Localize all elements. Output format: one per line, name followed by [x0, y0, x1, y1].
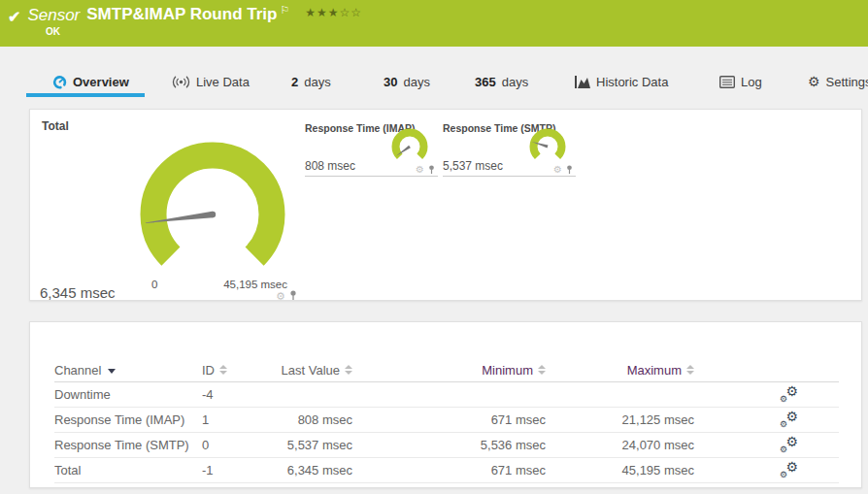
smtp-gauge-value: 5,537 msec: [443, 159, 503, 173]
smtp-gauge-actions[interactable]: ⚙: [553, 165, 574, 175]
object-type-label: Sensor: [27, 6, 80, 25]
sort-toggle-icon: [538, 365, 546, 375]
channel-id: 0: [202, 433, 241, 458]
tab-2-days-label: days: [304, 75, 330, 89]
gauge-icon: [52, 75, 67, 89]
column-header-id[interactable]: ID: [202, 362, 241, 382]
imap-gauge-actions[interactable]: ⚙: [416, 165, 436, 175]
sort-descending-icon: [108, 369, 116, 374]
area-chart-icon: [575, 76, 590, 88]
channel-name: Downtime: [54, 382, 202, 408]
tab-log[interactable]: Log: [719, 72, 762, 91]
tab-settings-label: Settings: [826, 75, 868, 89]
total-gauge-title: Total: [42, 119, 69, 133]
sort-toggle-icon: [686, 365, 694, 375]
sort-toggle-icon: [219, 365, 227, 375]
channels-table: Channel ID Last Value Minimum Maximum Do…: [54, 362, 839, 483]
channel-maximum: 45,195 msec: [546, 458, 694, 483]
channel-last-value: [241, 382, 352, 408]
favorite-flag-icon[interactable]: ⚐: [280, 4, 289, 16]
channel-minimum: 5,536 msec: [352, 433, 546, 458]
channel-id: 1: [202, 408, 241, 433]
smtp-gauge: [525, 128, 570, 168]
channel-minimum: [352, 382, 546, 408]
smtp-gauge-block: Response Time (SMTP) 5,537 msec ⚙: [443, 119, 576, 177]
tab-historic-data-label: Historic Data: [596, 75, 668, 89]
sort-toggle-icon: [345, 365, 352, 375]
gear-icon: ⚙: [808, 75, 820, 88]
tab-live-data[interactable]: Live Data: [172, 72, 250, 91]
channel-last-value: 6,345 msec: [241, 458, 352, 483]
gauge-settings-gear-icon[interactable]: ⚙: [416, 165, 424, 175]
column-header-channel[interactable]: Channel: [54, 362, 202, 382]
gauges-panel: Total 0 45,195 msec 6,345 msec ⚙ Respons…: [29, 109, 862, 301]
tab-365-days[interactable]: 365 days: [475, 72, 528, 91]
total-gauge-value: 6,345 msec: [40, 284, 116, 301]
channel-minimum: 671 msec: [352, 458, 546, 483]
status-badge: OK: [46, 26, 60, 37]
edit-channel-settings-icon[interactable]: ⚙⚙: [780, 462, 798, 478]
active-tab-underline: [26, 93, 145, 97]
sensor-overview-page: ✔ Sensor SMTP&IMAP Round Trip ⚐ ★★★☆☆ OK…: [0, 0, 868, 494]
column-header-maximum-label: Maximum: [627, 363, 682, 378]
imap-gauge-block: Response Time (IMAP) 808 msec ⚙: [305, 119, 438, 177]
channel-last-value: 808 msec: [241, 408, 352, 433]
broadcast-icon: [172, 76, 190, 88]
tab-live-data-label: Live Data: [196, 75, 250, 89]
pin-icon[interactable]: [427, 165, 436, 175]
tab-settings[interactable]: ⚙ Settings: [808, 72, 868, 91]
channel-maximum: 21,125 msec: [546, 408, 694, 433]
column-header-id-label: ID: [202, 363, 215, 378]
stars-empty: ☆☆: [340, 6, 363, 19]
tab-historic-data[interactable]: Historic Data: [575, 72, 668, 91]
edit-channel-settings-icon[interactable]: ⚙⚙: [780, 412, 798, 428]
total-gauge-scale-max: 45,195 msec: [200, 279, 287, 290]
tab-365-days-number: 365: [475, 75, 496, 89]
total-gauge-actions[interactable]: ⚙: [276, 290, 298, 301]
tab-overview[interactable]: Overview: [52, 72, 129, 91]
channel-id: -1: [202, 458, 241, 483]
channel-id: -4: [202, 382, 241, 408]
column-header-channel-label: Channel: [54, 363, 101, 378]
column-header-actions: [694, 362, 839, 382]
pin-icon[interactable]: [565, 165, 574, 175]
channel-name: Response Time (SMTP): [54, 433, 202, 458]
tab-30-days[interactable]: 30 days: [384, 72, 430, 91]
stars-filled: ★★★: [305, 6, 339, 19]
tab-overview-label: Overview: [73, 75, 129, 89]
tab-365-days-label: days: [502, 75, 528, 89]
edit-channel-settings-icon[interactable]: ⚙⚙: [780, 386, 798, 403]
tab-2-days[interactable]: 2 days: [291, 72, 331, 91]
tab-30-days-label: days: [403, 75, 429, 89]
channel-name: Total: [54, 458, 202, 483]
tab-log-label: Log: [741, 75, 762, 89]
column-header-minimum-label: Minimum: [482, 363, 533, 378]
channel-maximum: [546, 382, 694, 408]
imap-gauge-value: 808 msec: [305, 159, 355, 173]
channel-maximum: 24,070 msec: [546, 433, 694, 458]
channels-table-panel: Channel ID Last Value Minimum Maximum Do…: [29, 321, 862, 488]
status-ok-check-icon: ✔: [8, 8, 20, 26]
column-header-minimum[interactable]: Minimum: [352, 362, 546, 382]
imap-gauge: [387, 128, 432, 168]
channel-minimum: 671 msec: [352, 408, 546, 433]
column-header-last-value-label: Last Value: [282, 363, 340, 378]
gauge-settings-gear-icon[interactable]: ⚙: [553, 165, 562, 175]
priority-stars[interactable]: ★★★☆☆: [305, 6, 362, 19]
sensor-status-banner: ✔ Sensor SMTP&IMAP Round Trip ⚐ ★★★☆☆ OK: [0, 0, 868, 47]
channel-name: Response Time (IMAP): [54, 408, 202, 433]
channel-last-value: 5,537 msec: [241, 433, 352, 458]
column-header-last-value[interactable]: Last Value: [241, 362, 352, 382]
total-gauge-scale-min: 0: [151, 279, 157, 290]
column-header-maximum[interactable]: Maximum: [546, 362, 694, 382]
tab-30-days-number: 30: [384, 75, 397, 89]
sensor-title: SMTP&IMAP Round Trip: [86, 5, 277, 24]
gauge-settings-gear-icon[interactable]: ⚙: [276, 291, 285, 301]
tab-2-days-number: 2: [291, 75, 298, 89]
total-gauge: [140, 142, 285, 271]
edit-channel-settings-icon[interactable]: ⚙⚙: [780, 437, 798, 453]
list-icon: [719, 76, 735, 88]
pin-icon[interactable]: [288, 290, 298, 301]
